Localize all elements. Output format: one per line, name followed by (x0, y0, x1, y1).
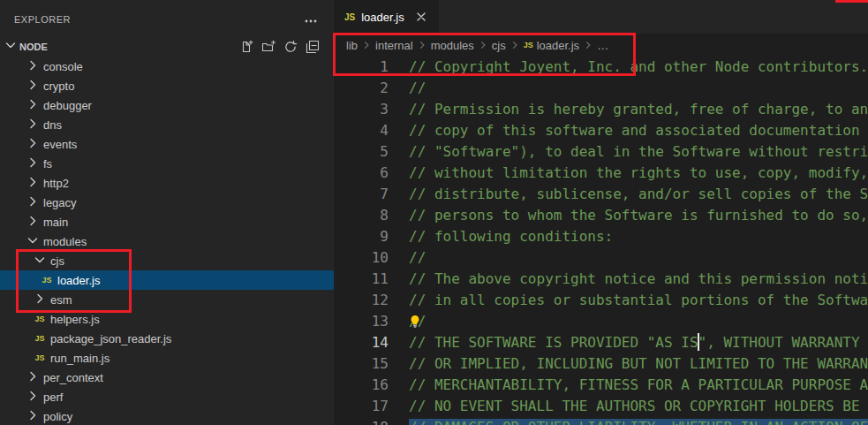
chevron-right-icon (26, 194, 40, 211)
line-number[interactable]: 7 (334, 184, 389, 205)
line-text: // NO EVENT SHALL THE AUTHORS OR COPYRIG… (389, 396, 868, 417)
code-line[interactable]: 17 // NO EVENT SHALL THE AUTHORS OR COPY… (334, 396, 868, 417)
tree-item[interactable]: JS fs (0, 154, 334, 173)
breadcrumb-label: loader.js (537, 39, 579, 52)
js-file-icon: JS (34, 334, 44, 343)
line-number[interactable]: 5 (334, 141, 389, 163)
code-line[interactable]: 3 // Permission is hereby granted, free … (334, 99, 868, 120)
breadcrumb-separator-icon (583, 40, 593, 50)
code-line[interactable]: 8 // persons to whom the Software is fur… (334, 205, 868, 226)
code-line[interactable]: 2 // (334, 78, 868, 99)
tree-item[interactable]: JS main (0, 212, 334, 231)
code-editor[interactable]: 1 // Copyright Joyent, Inc. and other No… (334, 57, 868, 425)
js-file-icon: JS (34, 315, 44, 323)
tree-item[interactable]: JS loader.js (0, 270, 334, 290)
line-number[interactable]: 6 (334, 163, 389, 184)
code-line[interactable]: 1 // Copyright Joyent, Inc. and other No… (334, 57, 868, 78)
tree-item-label: modules (43, 235, 87, 248)
breadcrumb-label: modules (431, 39, 474, 52)
line-text: // The above copyright notice and this p… (389, 269, 868, 290)
tree-item[interactable]: JS debugger (0, 95, 334, 115)
tree-item[interactable]: JS crypto (0, 76, 334, 95)
new-folder-icon[interactable] (261, 40, 275, 54)
tree-item[interactable]: JS esm (0, 290, 334, 309)
tab-loader-js[interactable]: JS loader.js (334, 0, 439, 34)
line-number[interactable]: 8 (334, 205, 389, 226)
tree-item[interactable]: JS http2 (0, 173, 334, 193)
code-line[interactable]: 12 // in all copies or substantial porti… (334, 290, 868, 311)
chevron-right-icon (26, 58, 40, 75)
line-text: // following conditions: (389, 226, 613, 247)
breadcrumb-item[interactable]: JS internal (375, 39, 413, 52)
line-number[interactable]: 12 (334, 290, 389, 311)
tree-item[interactable]: JS package_json_reader.js (0, 329, 334, 348)
explorer-sidebar: EXPLORER NODE (0, 0, 334, 425)
code-line[interactable]: 18 // DAMAGES OR OTHER LIABILITY, WHETHE… (334, 417, 868, 425)
chevron-right-icon (33, 292, 47, 308)
breadcrumb-item[interactable]: JS cjs (492, 39, 506, 52)
breadcrumb-item[interactable]: JS lib (346, 39, 358, 52)
breadcrumb-item[interactable]: JS modules (431, 39, 474, 52)
line-number[interactable]: 17 (334, 396, 389, 417)
tree-item[interactable]: JS modules (0, 231, 334, 251)
code-line[interactable]: 4 // copy of this software and associate… (334, 120, 868, 141)
tree-item-label: esm (50, 293, 72, 307)
line-number[interactable]: 2 (334, 78, 389, 99)
tree-item-label: http2 (43, 177, 69, 190)
tree-item[interactable]: JS helpers.js (0, 309, 334, 329)
tree-item[interactable]: JS console (0, 57, 334, 76)
line-number[interactable]: 13 (334, 311, 389, 332)
tree-item-label: cjs (50, 254, 64, 268)
node-section-header[interactable]: NODE (0, 37, 334, 57)
line-number[interactable]: 11 (334, 269, 389, 290)
line-number[interactable]: 14 (334, 332, 389, 353)
chevron-right-icon (26, 369, 40, 386)
line-number[interactable]: 18 (334, 417, 389, 425)
breadcrumb-separator-icon (361, 40, 372, 50)
line-number[interactable]: 10 (334, 247, 389, 269)
line-text: // in all copies or substantial portions… (389, 290, 868, 311)
section-name: NODE (19, 42, 48, 52)
code-line[interactable]: 7 // distribute, sublicense, and/or sell… (334, 184, 868, 205)
code-line[interactable]: 5 // "Software"), to deal in the Softwar… (334, 141, 868, 163)
code-line[interactable]: 9 // following conditions: (334, 226, 868, 247)
tree-item[interactable]: JS policy (0, 406, 334, 425)
tree-item-label: package_json_reader.js (50, 332, 171, 345)
code-line[interactable]: 16 // MERCHANTABILITY, FITNESS FOR A PAR… (334, 375, 868, 396)
code-line[interactable]: 6 // without limitation the rights to us… (334, 163, 868, 184)
tree-item-label: dns (43, 118, 62, 132)
line-text: // THE SOFTWARE IS PROVIDED "AS IS", WIT… (389, 332, 868, 353)
line-number[interactable]: 16 (334, 375, 389, 396)
tree-item[interactable]: JS per_context (0, 368, 334, 387)
tree-item[interactable]: JS dns (0, 115, 334, 134)
line-number[interactable]: 15 (334, 353, 389, 375)
code-line[interactable]: 14 // THE SOFTWARE IS PROVIDED "AS IS", … (334, 332, 868, 353)
refresh-icon[interactable] (283, 40, 298, 54)
more-actions-icon[interactable] (304, 14, 318, 28)
chevron-right-icon (26, 214, 40, 231)
tree-item[interactable]: JS cjs (0, 251, 334, 270)
code-line[interactable]: 11 // The above copyright notice and thi… (334, 269, 868, 290)
tree-item[interactable]: JS run_main.js (0, 348, 334, 368)
line-number[interactable]: 3 (334, 99, 389, 120)
tree-item-label: main (43, 216, 68, 229)
line-number[interactable]: 9 (334, 226, 389, 247)
collapse-all-icon[interactable] (306, 40, 320, 54)
line-text: // "Software"), to deal in the Software … (389, 141, 868, 163)
lightbulb-icon[interactable] (408, 315, 422, 329)
line-number[interactable]: 1 (334, 57, 389, 78)
tree-item-label: events (43, 138, 77, 151)
breadcrumb-item[interactable]: JS … (597, 39, 608, 52)
close-icon[interactable] (414, 10, 428, 24)
new-file-icon[interactable] (239, 40, 253, 54)
code-line[interactable]: 15 // OR IMPLIED, INCLUDING BUT NOT LIMI… (334, 353, 868, 375)
tree-item[interactable]: JS legacy (0, 193, 334, 212)
code-line[interactable]: 10 // (334, 247, 868, 269)
js-file-icon: JS (524, 41, 533, 49)
tree-item[interactable]: JS events (0, 134, 334, 154)
js-file-icon: JS (34, 353, 44, 362)
js-file-icon: JS (344, 12, 355, 22)
breadcrumb-item[interactable]: JS loader.js (524, 39, 579, 52)
tree-item[interactable]: JS perf (0, 387, 334, 406)
line-number[interactable]: 4 (334, 120, 389, 141)
